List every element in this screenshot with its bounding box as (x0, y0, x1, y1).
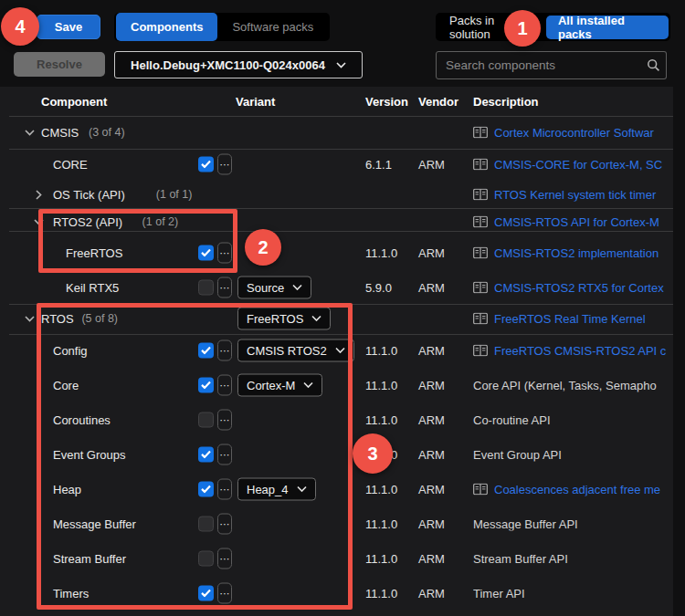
table-row[interactable]: Message Buffer11.1.0ARMMessage Buffer AP… (0, 508, 673, 539)
component-checkbox[interactable] (198, 551, 214, 567)
description-link[interactable]: RTOS Kernel system tick timer (494, 188, 656, 202)
table-row[interactable]: OS Tick (API)(1 of 1)RTOS Kernel system … (0, 179, 673, 210)
table-row[interactable]: RTOS2 (API)(1 of 2)CMSIS-RTOS API for Co… (0, 206, 673, 237)
component-checkbox[interactable] (198, 245, 214, 261)
component-checkbox[interactable] (198, 343, 214, 359)
table-row[interactable]: CoreCortex-M11.1.0ARMCore API (Kernel, T… (0, 370, 673, 401)
version-value: 5.9.0 (365, 281, 392, 295)
col-description: Description (473, 95, 539, 109)
version-value: 11.1.0 (365, 379, 397, 392)
component-label: RTOS (41, 312, 74, 326)
table-row[interactable]: Event Groups11.1.0ARMEvent Group API (0, 439, 673, 470)
more-options-button[interactable] (217, 154, 232, 175)
table-row[interactable]: CORE6.1.1ARMCMSIS-CORE for Cortex-M, SC (0, 149, 673, 180)
variant-select[interactable]: FreeRTOS (237, 308, 331, 330)
component-checkbox[interactable] (198, 157, 214, 172)
component-label: OS Tick (API) (53, 188, 125, 202)
context-selector-value: Hello.Debug+XMC1100-Q024x0064 (131, 58, 325, 72)
save-button[interactable]: Save (37, 15, 100, 39)
table-row[interactable]: CMSIS(3 of 4)Cortex Microcontroller Soft… (0, 117, 673, 148)
tab-all-installed-packs[interactable]: All installed packs (546, 16, 669, 39)
component-checkbox[interactable] (198, 378, 214, 393)
description-cell: Cortex Microcontroller Softwar (473, 126, 673, 140)
documentation-icon (473, 189, 488, 201)
annotation-circle-2: 2 (245, 229, 281, 266)
component-label: Timers (53, 587, 89, 600)
table-row[interactable]: ConfigCMSIS RTOS211.1.0ARMFreeRTOS CMSIS… (0, 335, 673, 366)
description-link[interactable]: CMSIS-CORE for Cortex-M, SC (494, 158, 662, 172)
documentation-icon (473, 313, 488, 325)
variant-select[interactable]: Heap_4 (237, 478, 316, 501)
component-count: (5 of 8) (81, 312, 118, 325)
variant-select[interactable]: Source (237, 277, 311, 299)
table-row[interactable]: Keil RTX5Source5.9.0ARMCMSIS-RTOS2 RTX5 … (0, 272, 673, 303)
vendor-value: ARM (418, 517, 445, 531)
component-checkbox[interactable] (198, 517, 214, 532)
table-row[interactable]: Coroutines11.1.0ARMCo-routine API (0, 404, 673, 435)
description-cell: Stream Buffer API (473, 552, 673, 566)
documentation-icon (473, 159, 488, 171)
component-checkbox[interactable] (198, 586, 214, 601)
component-label: FreeRTOS (66, 246, 122, 260)
description-link[interactable]: FreeRTOS Real Time Kernel (494, 312, 646, 326)
vendor-value: ARM (418, 448, 445, 462)
description-link[interactable]: FreeRTOS CMSIS-RTOS2 API c (494, 344, 666, 358)
table-header: Component Variant Version Vendor Descrip… (0, 87, 673, 116)
description-link[interactable]: CMSIS-RTOS2 implementation (494, 246, 659, 260)
col-variant: Variant (236, 95, 275, 109)
description-text: Stream Buffer API (473, 552, 568, 566)
description-cell: Core API (Kernel, Tasks, Semapho (473, 379, 673, 392)
description-text: Message Buffer API (473, 517, 578, 531)
chevron-down-icon[interactable] (25, 313, 36, 324)
col-component: Component (41, 95, 107, 109)
more-options-button[interactable] (217, 375, 232, 396)
documentation-icon (473, 345, 488, 357)
table-row[interactable]: FreeRTOS11.1.0ARMCMSIS-RTOS2 implementat… (0, 237, 673, 268)
more-options-button[interactable] (217, 277, 232, 298)
more-options-button[interactable] (217, 583, 232, 604)
more-options-button[interactable] (217, 444, 232, 465)
description-link[interactable]: Coalescences adjacent free me (494, 483, 660, 496)
chevron-down-icon[interactable] (34, 216, 45, 227)
component-checkbox[interactable] (198, 447, 214, 463)
context-selector[interactable]: Hello.Debug+XMC1100-Q024x0064 (114, 51, 363, 78)
tab-components[interactable]: Components (116, 13, 217, 41)
more-options-button[interactable] (217, 479, 232, 500)
vendor-value: ARM (418, 246, 445, 260)
vendor-value: ARM (418, 281, 445, 295)
component-label: Stream Buffer (53, 552, 126, 566)
component-count: (1 of 2) (142, 215, 179, 228)
resolve-button[interactable]: Resolve (14, 52, 105, 77)
more-options-button[interactable] (217, 548, 232, 569)
component-checkbox[interactable] (198, 412, 214, 428)
description-cell: CMSIS-CORE for Cortex-M, SC (473, 158, 673, 172)
variant-select[interactable]: Cortex-M (237, 374, 322, 397)
component-checkbox[interactable] (198, 280, 214, 296)
table-row[interactable]: Timers11.1.0ARMTimer API (0, 578, 673, 609)
components-table: Component Variant Version Vendor Descrip… (0, 87, 673, 616)
variant-select[interactable]: CMSIS RTOS2 (237, 339, 354, 362)
description-text: Core API (Kernel, Tasks, Semapho (473, 379, 657, 392)
description-cell: FreeRTOS Real Time Kernel (473, 312, 673, 326)
component-count: (3 of 4) (89, 126, 125, 139)
more-options-button[interactable] (217, 243, 232, 264)
more-options-button[interactable] (217, 410, 232, 431)
description-link[interactable]: Cortex Microcontroller Softwar (494, 126, 654, 140)
description-link[interactable]: CMSIS-RTOS2 RTX5 for Cortex (494, 281, 664, 295)
col-version: Version (365, 95, 408, 109)
component-label: Event Groups (53, 448, 126, 462)
description-link[interactable]: CMSIS-RTOS API for Cortex-M (494, 215, 659, 229)
pack-filter-tabs: Packs in solution All installed packs (436, 13, 670, 41)
component-checkbox[interactable] (198, 482, 214, 497)
chevron-down-icon[interactable] (25, 127, 36, 138)
more-options-button[interactable] (217, 340, 232, 361)
tab-software-packs[interactable]: Software packs (217, 13, 328, 41)
more-options-button[interactable] (217, 514, 232, 535)
table-row[interactable]: Stream Buffer11.1.0ARMStream Buffer API (0, 543, 673, 574)
table-row[interactable]: RTOS(5 of 8)FreeRTOSFreeRTOS Real Time K… (0, 303, 673, 334)
search-input[interactable] (436, 51, 641, 79)
chevron-right-icon[interactable] (34, 189, 45, 200)
search-button[interactable] (640, 51, 667, 79)
table-row[interactable]: HeapHeap_411.1.0ARMCoalescences adjacent… (0, 474, 673, 505)
component-label: Config (53, 344, 88, 358)
